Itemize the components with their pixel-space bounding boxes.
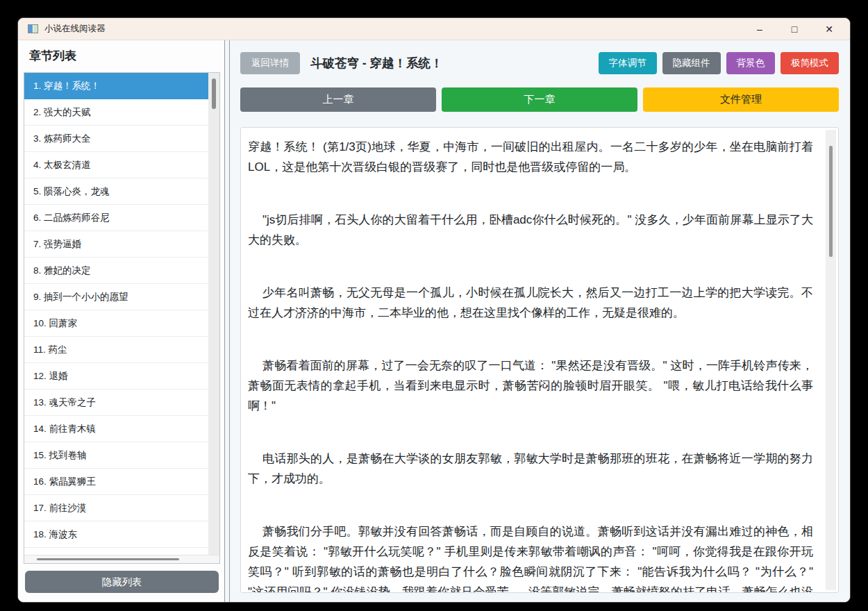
chapter-list-header: 章节列表 [29, 48, 220, 64]
paragraph-5: 电话那头的人，是萧畅在大学谈的女朋友郭敏，郭敏大学时是萧畅那班的班花，在萧畅将近… [248, 449, 813, 489]
chapter-item-2[interactable]: 2. 强大的天赋 [24, 99, 208, 126]
chapter-item-12[interactable]: 12. 退婚 [24, 363, 208, 390]
font-adjust-button[interactable]: 字体调节 [599, 52, 657, 74]
chapter-item-8[interactable]: 8. 雅妃的决定 [24, 258, 208, 284]
chapter-item-3[interactable]: 3. 炼药师大全 [24, 126, 208, 152]
chapter-list-frame: 1. 穿越！系统！ 2. 强大的天赋 3. 炼药师大全 4. 太极玄清道 5. … [24, 72, 220, 555]
paragraph-1: 穿越！系统！ (第1/3页)地球，华夏，中海市，一间破旧的出租屋内。一名二十多岁… [248, 137, 813, 177]
hide-list-button[interactable]: 隐藏列表 [25, 571, 219, 593]
chapter-list-scrollbar[interactable] [208, 73, 219, 555]
chapter-list: 1. 穿越！系统！ 2. 强大的天赋 3. 炼药师大全 4. 太极玄清道 5. … [24, 73, 208, 555]
chapter-item-16[interactable]: 16. 紫晶翼狮王 [24, 469, 208, 495]
chapter-item-14[interactable]: 14. 前往青木镇 [24, 416, 208, 442]
chapter-text: 穿越！系统！ (第1/3页)地球，华夏，中海市，一间破旧的出租屋内。一名二十多岁… [248, 137, 813, 593]
background-color-button[interactable]: 背景色 [726, 52, 776, 74]
chapter-item-1[interactable]: 1. 穿越！系统！ [24, 73, 208, 99]
app-icon [28, 24, 38, 33]
reader-main: 返回详情 斗破苍穹 - 穿越！系统！ 字体调节 隐藏组件 背景色 极简模式 上一… [230, 40, 850, 602]
minimal-mode-button[interactable]: 极简模式 [781, 52, 839, 74]
close-icon[interactable]: ✕ [824, 19, 835, 40]
window-controls: – □ ✕ [754, 19, 835, 40]
minimize-icon[interactable]: – [754, 19, 765, 40]
chapter-page-title: 斗破苍穹 - 穿越！系统！ [310, 55, 593, 72]
app-window: 小说在线阅读器 – □ ✕ 章节列表 1. 穿越！系统！ 2. 强大的天赋 3.… [17, 17, 851, 603]
reader-panel[interactable]: 穿越！系统！ (第1/3页)地球，华夏，中海市，一间破旧的出租屋内。一名二十多岁… [240, 127, 839, 593]
chapter-item-17[interactable]: 17. 前往沙漠 [24, 495, 208, 521]
chapter-item-10[interactable]: 10. 回萧家 [24, 310, 208, 337]
chapter-item-6[interactable]: 6. 二品炼药师谷尼 [24, 205, 208, 231]
chapter-item-5[interactable]: 5. 陨落心炎，龙魂 [24, 178, 208, 205]
window-title: 小说在线阅读器 [44, 23, 106, 35]
hide-widgets-button[interactable]: 隐藏组件 [662, 52, 721, 74]
prev-chapter-button[interactable]: 上一章 [240, 87, 436, 112]
panel-divider[interactable] [224, 40, 230, 602]
chapter-nav-row: 上一章 下一章 文件管理 [240, 87, 839, 112]
chapter-list-horizontal-scrollbar-thumb[interactable] [37, 558, 179, 560]
chapter-item-18[interactable]: 18. 海波东 [24, 521, 208, 548]
paragraph-2: "js切后排啊，石头人你的大留着干什么用，卧槽adc你什么时候死的。" 没多久，… [248, 210, 813, 250]
chapter-item-15[interactable]: 15. 找到卷轴 [24, 442, 208, 469]
back-to-details-button[interactable]: 返回详情 [240, 52, 300, 74]
titlebar: 小说在线阅读器 – □ ✕ [18, 18, 850, 40]
chapter-list-horizontal-scrollbar[interactable] [24, 555, 220, 564]
next-chapter-button[interactable]: 下一章 [442, 87, 637, 112]
chapter-list-scrollbar-thumb[interactable] [212, 78, 216, 109]
file-manager-button[interactable]: 文件管理 [643, 87, 839, 112]
reader-toolbar: 返回详情 斗破苍穹 - 穿越！系统！ 字体调节 隐藏组件 背景色 极简模式 [240, 52, 839, 74]
paragraph-3: 少年名叫萧畅，无父无母是一个孤儿，小时候在孤儿院长大，然后又一边打工一边上学的把… [248, 283, 813, 323]
chapter-item-7[interactable]: 7. 强势逼婚 [24, 231, 208, 258]
paragraph-4: 萧畅看着面前的屏幕，过了一会无奈的叹了一口气道： "果然还是没有晋级。" 这时，… [248, 355, 813, 416]
chapter-item-13[interactable]: 13. 魂天帝之子 [24, 390, 208, 416]
chapter-item-4[interactable]: 4. 太极玄清道 [24, 152, 208, 178]
chapter-item-9[interactable]: 9. 抽到一个小小的愿望 [24, 284, 208, 310]
reader-scrollbar[interactable] [826, 130, 836, 590]
chapter-item-11[interactable]: 11. 药尘 [24, 337, 208, 363]
reader-scrollbar-thumb[interactable] [829, 146, 833, 257]
chapter-sidebar: 章节列表 1. 穿越！系统！ 2. 强大的天赋 3. 炼药师大全 4. 太极玄清… [18, 40, 224, 602]
maximize-icon[interactable]: □ [789, 19, 800, 40]
paragraph-6: 萧畅我们分手吧。郭敏并没有回答萧畅话，而是自顾自的说道。萧畅听到这话并没有漏出难… [248, 521, 813, 593]
app-body: 章节列表 1. 穿越！系统！ 2. 强大的天赋 3. 炼药师大全 4. 太极玄清… [18, 40, 850, 602]
